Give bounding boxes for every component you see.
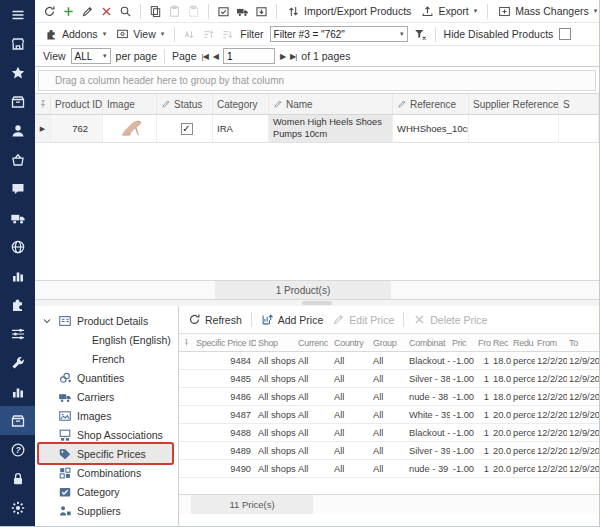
price-row[interactable]: 9487 All shops All All All White - 39 -1… [179,406,599,424]
import-product-icon[interactable] [255,5,268,18]
sort-az-icon[interactable] [183,28,196,41]
price-row[interactable]: 9486 All shops All All All nude - 38 -1.… [179,388,599,406]
chart-icon [10,384,26,400]
price-row[interactable]: 9488 All shops All All All Blackout - -1… [179,424,599,442]
add-price-button[interactable]: Add Price [259,313,326,326]
product-tab[interactable]: Specific Prices [39,444,172,463]
view-button[interactable]: View ▾ [114,28,166,41]
filter-combobox[interactable]: Filter #3 = "762" ▾ [270,26,408,42]
column-header[interactable]: S [559,94,599,114]
delete-product-icon[interactable] [100,5,113,18]
column-header[interactable]: Currenc [296,338,332,348]
sidebar-item[interactable] [0,174,35,203]
sort-descending-icon[interactable] [221,28,234,41]
clear-filter-icon[interactable] [414,28,427,41]
paste-special-icon[interactable] [187,5,200,18]
sidebar-item[interactable] [0,261,35,290]
column-header[interactable]: From [535,338,567,348]
column-header[interactable]: To [567,338,599,348]
delete-price-button[interactable]: Delete Price [411,313,489,326]
group-by-panel[interactable]: Drag a column header here to group by th… [38,70,596,91]
edit-price-button[interactable]: Edit Price [330,313,396,326]
column-header[interactable]: Name [269,94,393,114]
import-export-products-button[interactable]: Import/Export Products [285,5,413,18]
sidebar-item[interactable] [0,87,35,116]
product-row[interactable]: ▶ 762 IRA Women High Heels Shoes Pumps 1… [35,115,599,143]
sidebar-item[interactable] [0,493,35,522]
add-product-icon[interactable] [62,5,75,18]
price-row[interactable]: 9489 All shops All All All Silver - 39 -… [179,442,599,460]
next-page-button[interactable]: ▶ [280,52,285,61]
column-header[interactable]: Combinat [407,338,450,348]
column-header[interactable]: Shop [256,338,296,348]
column-header[interactable]: Reference [393,94,469,114]
column-header[interactable]: Specific Price ID [194,338,256,348]
sidebar-item[interactable] [0,464,35,493]
column-header[interactable]: Country [332,338,371,348]
mass-changers-button[interactable]: Mass Changers ▾ [496,5,599,18]
export-button[interactable]: Export ▾ [419,5,479,18]
search-icon[interactable] [119,5,132,18]
sidebar-item[interactable] [0,406,35,435]
combination-cell: nude - 38 [407,392,450,402]
sidebar-item[interactable] [0,29,35,58]
column-header[interactable]: Fro [476,338,491,348]
column-header[interactable]: Pric [450,338,476,348]
pin-column[interactable] [35,94,51,114]
page-input[interactable] [223,48,275,64]
product-tab[interactable]: English (English) [39,330,172,349]
add-price-icon [261,313,274,326]
addons-button[interactable]: Addons ▾ [43,28,108,41]
refresh-prices-button[interactable]: Refresh [186,313,244,326]
copy-icon[interactable] [149,5,162,18]
price-row[interactable]: 9485 All shops All All All Silver - 38 -… [179,370,599,388]
sidebar-item[interactable] [0,232,35,261]
product-tab[interactable]: Product Details [39,311,172,330]
sort-ascending-icon[interactable] [202,28,215,41]
product-tab[interactable]: Suppliers [39,501,172,520]
sidebar-item[interactable] [0,145,35,174]
column-header[interactable]: Redu [511,338,535,348]
column-header[interactable]: Group [371,338,407,348]
sidebar-item[interactable] [0,58,35,87]
product-tab[interactable]: Category [39,482,172,501]
status-checkbox[interactable] [181,123,193,135]
hide-disabled-checkbox[interactable] [559,28,571,40]
column-header[interactable]: Status [157,94,213,114]
edit-product-icon[interactable] [81,5,94,18]
first-page-button[interactable]: |◀ [202,52,208,61]
export-tray-icon [421,5,434,18]
sidebar-item[interactable]: ? [0,435,35,464]
last-page-button[interactable]: ▶| [290,52,296,61]
column-header[interactable]: Product ID [51,94,103,114]
sidebar-item[interactable] [0,319,35,348]
sidebar-item[interactable] [0,203,35,232]
shipping-icon[interactable] [236,5,249,18]
main-area: Import/Export Products Export ▾ Mass Cha… [35,0,599,526]
sidebar-item[interactable] [0,290,35,319]
product-tab[interactable]: Shop Associations [39,425,172,444]
product-tab[interactable]: Images [39,406,172,425]
paste-icon[interactable] [168,5,181,18]
price-row[interactable]: 9490 All shops All All All nude - 39 -1.… [179,460,599,478]
sidebar-item[interactable] [0,348,35,377]
product-tab[interactable]: French [39,349,172,368]
column-header[interactable]: Supplier Reference [469,94,559,114]
shop-cell: All shops [256,392,296,402]
name-cell[interactable]: Women High Heels Shoes Pumps 10cm [269,115,393,142]
price-row[interactable]: 9484 All shops All All All Blackout - -1… [179,352,599,370]
refresh-icon[interactable] [43,5,56,18]
pin-column[interactable] [179,338,194,347]
prev-page-button[interactable]: ◀ [213,52,218,61]
sidebar-item[interactable] [0,377,35,406]
export-product-icon[interactable] [217,5,230,18]
sidebar-item[interactable] [0,116,35,145]
sidebar-item[interactable] [0,0,35,29]
column-header[interactable]: Category [213,94,269,114]
product-tab[interactable]: Carriers [39,387,172,406]
product-tab[interactable]: Combinations [39,463,172,482]
per-page-select[interactable]: ALL ▾ [71,48,111,64]
column-header[interactable]: Rec [491,338,511,348]
column-header[interactable]: Image [103,94,157,114]
product-tab[interactable]: Quantities [39,368,172,387]
